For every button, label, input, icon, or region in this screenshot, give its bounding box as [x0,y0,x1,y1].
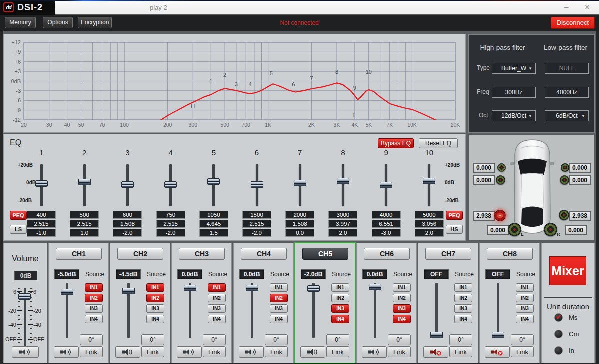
unit-radio-in[interactable] [554,346,563,355]
front-right-tweeter-delay-field[interactable]: 0.000 [569,163,591,173]
ch7-input-in4-button[interactable]: IN4 [454,315,472,323]
ch5-input-in3-button[interactable]: IN3 [332,304,350,313]
sub-left-delay-field[interactable]: 0.000 [487,225,509,235]
ch6-gain-slider-track[interactable] [374,283,376,338]
ch7-input-in2-button[interactable]: IN2 [454,294,472,302]
disconnect-button[interactable]: Disconnect [551,17,595,29]
ch3-phase-button[interactable]: 0° [203,334,226,345]
ch1-phase-button[interactable]: 0° [80,334,103,345]
ch4-link-button[interactable]: Link [265,346,288,357]
ch4-mute-button[interactable] [239,346,264,358]
unit-radio-cm[interactable] [554,330,563,338]
ch1-gain-slider-thumb[interactable] [61,289,74,295]
rear-left-woofer-icon-active[interactable] [494,210,506,221]
ch8-mute-button[interactable] [485,346,510,358]
sub-left-icon[interactable] [508,223,522,236]
ch3-level-display[interactable]: 0.0dB [178,269,202,279]
ch1-mute-button[interactable] [54,346,79,358]
rear-left-woofer-delay-field[interactable]: 2.938 [473,211,495,221]
ch4-input-in4-button[interactable]: IN4 [270,315,288,323]
eq-band-3-q-field[interactable]: 1.508 [113,220,142,228]
eq-band-8-slider-thumb[interactable] [337,178,350,184]
hs-button[interactable]: HS [446,225,463,234]
eq-band-9-slider-thumb[interactable] [380,182,392,188]
ch1-link-button[interactable]: Link [80,346,103,357]
ch2-mute-button[interactable] [116,346,140,358]
ch2-input-in4-button[interactable]: IN4 [146,315,164,323]
ch4-phase-button[interactable]: 0° [265,334,288,345]
mixer-button[interactable]: Mixer [550,256,586,285]
front-left-tweeter-icon[interactable] [498,163,506,172]
ch1-input-in2-button[interactable]: IN2 [85,294,103,302]
ch4-input-in1-button[interactable]: IN1 [270,283,288,292]
ch2-link-button[interactable]: Link [142,346,164,357]
lp-freq-field[interactable]: 4000Hz [545,87,589,98]
unit-radio-ms[interactable]: ✔ [554,313,563,322]
ch1-input-in1-button[interactable]: IN1 [85,283,103,292]
ch1-input-in3-button[interactable]: IN3 [85,304,103,313]
ch3-input-in4-button[interactable]: IN4 [208,315,226,323]
ch8-input-in4-button[interactable]: IN4 [516,315,534,323]
front-left-mid-icon[interactable] [496,175,506,185]
eq-band-4-q-field[interactable]: 2.515 [156,220,186,228]
eq-band-10-q-field[interactable]: 3.056 [415,220,444,228]
ch8-input-in3-button[interactable]: IN3 [516,304,534,313]
eq-band-2-freq-field[interactable]: 500 [70,211,99,219]
eq-band-6-gain-field[interactable]: -2.0 [242,229,272,237]
ch3-link-button[interactable]: Link [203,346,226,357]
ch8-gain-slider-track[interactable] [497,283,500,338]
ch2-header-button[interactable]: CH2 [118,248,164,260]
rear-right-woofer-icon[interactable] [559,210,570,220]
ch4-input-in3-button[interactable]: IN3 [270,304,288,313]
ch8-header-button[interactable]: CH8 [487,248,533,260]
ch2-input-in2-button[interactable]: IN2 [146,294,164,302]
eq-band-10-freq-field[interactable]: 5000 [415,211,444,219]
eq-band-2-q-field[interactable]: 2.515 [70,220,99,228]
front-right-tweeter-icon[interactable] [561,163,570,172]
minimize-icon[interactable]: – [560,2,573,12]
ch4-gain-slider-thumb[interactable] [246,285,258,291]
hp-freq-field[interactable]: 300Hz [492,87,536,98]
ch7-link-button[interactable]: Link [450,346,472,357]
ch1-level-display[interactable]: -5.0dB [54,269,80,279]
ch7-level-display[interactable]: OFF [424,269,449,279]
eq-band-5-q-field[interactable]: 4.645 [200,220,228,228]
ch8-input-in2-button[interactable]: IN2 [516,294,534,302]
eq-band-7-q-field[interactable]: 1.508 [286,220,314,228]
eq-band-7-gain-field[interactable]: 0.0 [286,229,314,237]
ch6-phase-button[interactable]: 0° [388,334,411,345]
ch3-gain-slider-thumb[interactable] [184,285,196,291]
ch4-input-in2-button[interactable]: IN2 [270,294,288,302]
eq-band-7-slider-thumb[interactable] [294,180,306,186]
ch7-gain-slider-thumb[interactable] [430,332,443,338]
ls-button[interactable]: LS [10,225,27,234]
encryption-button[interactable]: Encryption [78,17,112,28]
bypass-eq-button[interactable]: Bypass EQ [378,138,414,148]
ch6-level-display[interactable]: 0.0dB [362,269,388,279]
ch2-phase-button[interactable]: 0° [142,334,164,345]
memory-button[interactable]: Memory [5,17,36,28]
eq-band-9-gain-field[interactable]: -3.0 [372,229,401,237]
ch8-link-button[interactable]: Link [511,346,534,357]
eq-band-3-gain-field[interactable]: -2.0 [113,229,142,237]
ch6-input-in4-button[interactable]: IN4 [393,315,411,323]
eq-band-8-q-field[interactable]: 3.997 [328,220,358,228]
ch4-level-display[interactable]: 0.0dB [240,269,264,279]
front-left-tweeter-delay-field[interactable]: 0.000 [473,163,495,173]
ch6-header-button[interactable]: CH6 [364,248,410,260]
eq-band-3-slider-thumb[interactable] [122,181,134,188]
ch1-input-in4-button[interactable]: IN4 [85,315,103,323]
peq-right-button[interactable]: PEQ [446,211,463,220]
lp-slope-dropdown[interactable]: 6dB/Oct ▼ [545,110,589,121]
eq-band-3-freq-field[interactable]: 600 [113,211,142,219]
eq-band-9-freq-field[interactable]: 4000 [372,211,401,219]
eq-band-2-slider-track[interactable] [84,164,86,206]
eq-band-5-slider-thumb[interactable] [208,178,220,185]
ch6-input-in2-button[interactable]: IN2 [393,294,411,302]
ch5-input-in1-button[interactable]: IN1 [332,283,350,292]
ch2-input-in3-button[interactable]: IN3 [146,304,164,313]
ch2-input-in1-button[interactable]: IN1 [146,283,164,292]
lp-type-field[interactable]: NULL [545,63,589,74]
ch3-mute-button[interactable] [177,346,202,358]
eq-band-6-q-field[interactable]: 2.515 [242,220,272,228]
